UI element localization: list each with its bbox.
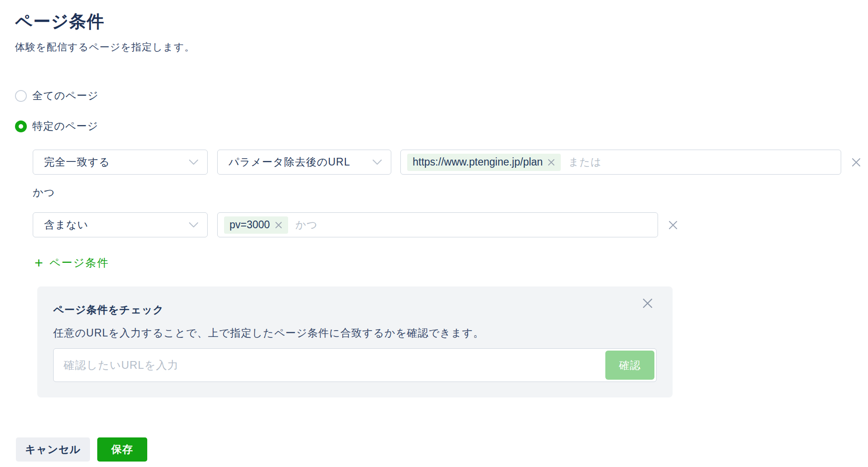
remove-condition-row-icon[interactable] — [850, 156, 862, 168]
match-type-value: 含まない — [44, 218, 89, 232]
match-type-select[interactable]: 含まない — [33, 212, 208, 237]
conditions-builder: 完全一致する パラメータ除去後のURL https://www.ptengine… — [33, 150, 868, 270]
plus-icon: + — [35, 256, 43, 270]
match-type-value: 完全一致する — [44, 155, 110, 169]
param-tag: pv=3000 — [224, 216, 288, 234]
radio-all-pages[interactable]: 全てのページ — [15, 89, 868, 103]
remove-condition-row-icon[interactable] — [667, 219, 679, 231]
close-panel-icon[interactable] — [642, 297, 653, 309]
chevron-down-icon — [189, 160, 198, 165]
url-tag: https://www.ptengine.jp/plan — [407, 154, 561, 171]
page-subtitle: 体験を配信するページを指定します。 — [15, 40, 868, 54]
tag-remove-icon[interactable] — [547, 158, 555, 166]
condition-row-2: 含まない pv=3000 かつ — [33, 212, 868, 237]
check-panel-title: ページ条件をチェック — [53, 303, 656, 317]
check-panel-description: 任意のURLを入力することで、上で指定したページ条件に合致するかを確認できます。 — [53, 326, 656, 340]
param-tag-input[interactable]: pv=3000 かつ — [217, 212, 658, 237]
match-type-select[interactable]: 完全一致する — [33, 150, 208, 175]
radio-specific-pages-label: 特定のページ — [32, 119, 99, 133]
page-target-radio-group: 全てのページ 特定のページ — [15, 89, 868, 133]
radio-specific-pages[interactable]: 特定のページ — [15, 119, 868, 133]
radio-selected-icon[interactable] — [15, 121, 27, 132]
radio-all-pages-label: 全てのページ — [32, 89, 99, 103]
tag-input-placeholder: かつ — [295, 218, 318, 232]
save-button[interactable]: 保存 — [97, 437, 147, 462]
param-tag-text: pv=3000 — [229, 219, 270, 231]
tag-input-placeholder: または — [568, 155, 602, 169]
and-connector-label: かつ — [33, 186, 868, 200]
confirm-button[interactable]: 確認 — [605, 351, 654, 380]
add-page-condition-button[interactable]: + ページ条件 — [35, 256, 109, 270]
check-url-input-wrap: 確認 — [53, 348, 657, 382]
url-tag-text: https://www.ptengine.jp/plan — [413, 156, 543, 168]
check-url-input[interactable] — [53, 348, 657, 382]
add-page-condition-label: ページ条件 — [50, 256, 109, 270]
page-title: ページ条件 — [15, 10, 868, 33]
tag-remove-icon[interactable] — [274, 221, 283, 229]
page-condition-check-panel: ページ条件をチェック 任意のURLを入力することで、上で指定したページ条件に合致… — [37, 286, 673, 397]
cancel-button[interactable]: キャンセル — [16, 437, 90, 462]
radio-unselected-icon[interactable] — [15, 90, 27, 102]
url-tag-input[interactable]: https://www.ptengine.jp/plan または — [400, 150, 841, 175]
condition-row-1: 完全一致する パラメータ除去後のURL https://www.ptengine… — [33, 150, 868, 175]
footer-actions: キャンセル 保存 — [16, 437, 868, 462]
url-type-select[interactable]: パラメータ除去後のURL — [217, 150, 391, 175]
chevron-down-icon — [373, 160, 382, 165]
url-type-value: パラメータ除去後のURL — [229, 155, 350, 169]
chevron-down-icon — [189, 222, 198, 228]
page-conditions-panel: ページ条件 体験を配信するページを指定します。 全てのページ 特定のページ 完全… — [0, 0, 868, 467]
